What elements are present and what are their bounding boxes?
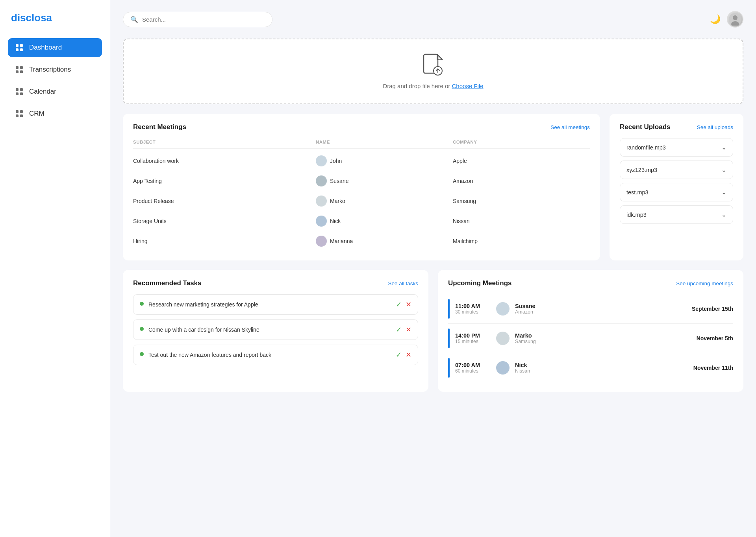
svg-rect-3 — [20, 48, 23, 51]
see-all-meetings-link[interactable]: See all meetings — [550, 124, 590, 130]
meeting-info: Nick Nissan — [515, 362, 688, 374]
meeting-company: Mailchimp — [453, 238, 590, 244]
meeting-left-bar — [448, 299, 450, 319]
task-actions: ✓ ✕ — [396, 351, 411, 359]
main-content: 🔍 🌙 Drag and dr — [110, 0, 756, 537]
bottom-row: Recommended Tasks See all tasks Research… — [123, 270, 743, 392]
upcoming-meeting-item[interactable]: 07:00 AM 60 minutes Nick Nissan November… — [448, 353, 733, 382]
header: 🔍 🌙 — [123, 11, 743, 28]
meeting-duration: 30 minutes — [455, 309, 491, 315]
meeting-time-block: 07:00 AM 60 minutes — [455, 362, 491, 374]
meeting-subject: Product Release — [133, 198, 316, 204]
sidebar-item-calendar[interactable]: Calendar — [8, 82, 102, 101]
table-row[interactable]: App Testing Susane Amazon — [133, 171, 590, 191]
upload-file-icon — [423, 54, 443, 78]
col-company: COMPANY — [453, 140, 590, 144]
sidebar-item-crm[interactable]: CRM — [8, 104, 102, 123]
upload-item-1[interactable]: xyz123.mp3 ⌄ — [620, 161, 733, 179]
task-reject-button[interactable]: ✕ — [406, 300, 411, 309]
top-row: Recent Meetings See all meetings SUBJECT… — [123, 114, 743, 260]
calendar-icon — [15, 87, 24, 96]
meeting-person-name: Nick — [515, 362, 688, 368]
task-text: Come up with a car design for Nissan Sky… — [148, 326, 391, 334]
table-row[interactable]: Collaboration work John Apple — [133, 151, 590, 171]
meeting-name: Nick — [316, 216, 453, 227]
person-avatar — [496, 361, 510, 375]
dashboard-icon — [15, 43, 24, 52]
task-item-0: Research new marketing strategies for Ap… — [133, 294, 418, 315]
search-input[interactable] — [142, 16, 265, 23]
upcoming-meeting-item[interactable]: 14:00 PM 15 minutes Marko Samsung Novemb… — [448, 324, 733, 353]
sidebar: disclosa Dashboard Transcriptions — [0, 0, 110, 537]
upcoming-meetings-title: Upcoming Meetings — [448, 279, 512, 287]
task-accept-button[interactable]: ✓ — [396, 300, 402, 309]
theme-toggle-icon[interactable]: 🌙 — [710, 14, 721, 24]
search-bar[interactable]: 🔍 — [123, 12, 272, 27]
person-avatar — [316, 196, 327, 207]
meeting-time-block: 14:00 PM 15 minutes — [455, 332, 491, 344]
svg-rect-5 — [20, 66, 23, 69]
recommended-tasks-card: Recommended Tasks See all tasks Research… — [123, 270, 428, 392]
drop-zone[interactable]: Drag and drop file here or Choose File — [123, 39, 743, 104]
recent-uploads-header: Recent Uploads See all uploads — [620, 123, 733, 131]
task-dot — [140, 302, 144, 306]
upload-filename: test.mp3 — [626, 189, 649, 196]
sidebar-item-dashboard[interactable]: Dashboard — [8, 38, 102, 57]
svg-rect-13 — [20, 110, 23, 113]
meeting-time-block: 11:00 AM 30 minutes — [455, 303, 491, 315]
upload-item-3[interactable]: idk.mp3 ⌄ — [620, 205, 733, 224]
upload-filename: randomfile.mp3 — [626, 144, 666, 151]
col-subject: SUBJECT — [133, 140, 316, 144]
avatar[interactable] — [727, 11, 743, 28]
task-reject-button[interactable]: ✕ — [406, 351, 411, 359]
meeting-subject: Hiring — [133, 238, 316, 244]
svg-rect-2 — [16, 48, 19, 51]
chevron-down-icon: ⌄ — [721, 211, 726, 218]
meeting-company: Nissan — [515, 368, 688, 374]
see-all-tasks-link[interactable]: See all tasks — [388, 280, 418, 286]
see-all-uploads-link[interactable]: See all uploads — [697, 124, 733, 130]
table-row[interactable]: Product Release Marko Samsung — [133, 191, 590, 211]
meeting-name: John — [316, 155, 453, 166]
person-avatar — [316, 155, 327, 166]
recent-meetings-card: Recent Meetings See all meetings SUBJECT… — [123, 114, 600, 260]
meeting-company: Apple — [453, 158, 590, 164]
see-upcoming-meetings-link[interactable]: See upcoming meetings — [676, 280, 733, 286]
upload-item-2[interactable]: test.mp3 ⌄ — [620, 183, 733, 201]
person-avatar — [316, 236, 327, 247]
sidebar-item-label-crm: CRM — [29, 110, 44, 118]
recent-uploads-title: Recent Uploads — [620, 123, 670, 131]
meeting-duration: 15 minutes — [455, 339, 491, 344]
meeting-left-bar — [448, 328, 450, 348]
header-right: 🌙 — [710, 11, 743, 28]
chevron-down-icon: ⌄ — [721, 166, 726, 173]
meeting-name: Marko — [316, 196, 453, 207]
meeting-left-bar — [448, 358, 450, 378]
task-reject-button[interactable]: ✕ — [406, 325, 411, 334]
meeting-company: Nissan — [453, 218, 590, 224]
upcoming-meeting-item[interactable]: 11:00 AM 30 minutes Susane Amazon Septem… — [448, 294, 733, 324]
sidebar-item-label-dashboard: Dashboard — [29, 44, 62, 52]
task-actions: ✓ ✕ — [396, 300, 411, 309]
search-icon: 🔍 — [130, 16, 138, 23]
crm-icon — [15, 109, 24, 118]
person-avatar — [316, 175, 327, 186]
recommended-tasks-header: Recommended Tasks See all tasks — [133, 279, 418, 287]
choose-file-link[interactable]: Choose File — [452, 83, 484, 89]
upload-item-0[interactable]: randomfile.mp3 ⌄ — [620, 138, 733, 157]
svg-rect-6 — [16, 70, 19, 73]
svg-rect-12 — [16, 110, 19, 113]
table-row[interactable]: Storage Units Nick Nissan — [133, 211, 590, 231]
drop-zone-text: Drag and drop file here or Choose File — [383, 83, 483, 89]
svg-rect-7 — [20, 70, 23, 73]
table-row[interactable]: Hiring Marianna Mailchimp — [133, 231, 590, 251]
svg-rect-10 — [16, 92, 19, 95]
svg-rect-15 — [20, 114, 23, 117]
sidebar-item-transcriptions[interactable]: Transcriptions — [8, 60, 102, 79]
task-accept-button[interactable]: ✓ — [396, 325, 402, 334]
transcriptions-icon — [15, 65, 24, 74]
person-avatar — [496, 332, 510, 345]
sidebar-item-label-calendar: Calendar — [29, 88, 56, 96]
meeting-date: September 15th — [692, 306, 733, 312]
task-accept-button[interactable]: ✓ — [396, 351, 402, 359]
